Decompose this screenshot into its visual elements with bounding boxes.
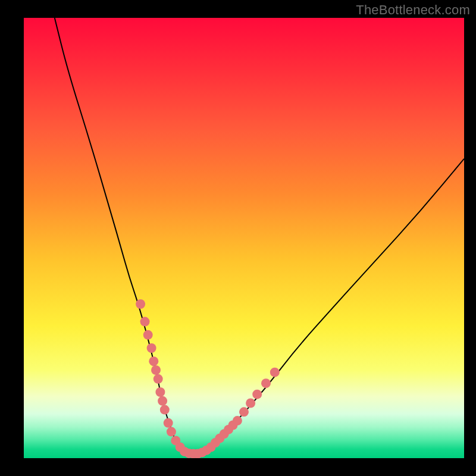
highlight-dot (233, 416, 242, 425)
marker-group (136, 299, 280, 458)
highlight-dot (155, 387, 165, 397)
curve-group (55, 18, 464, 454)
highlight-dot (160, 405, 170, 415)
highlight-dot (158, 396, 167, 406)
highlight-dot (270, 368, 280, 377)
curve-svg (24, 18, 464, 458)
highlight-dot (239, 407, 249, 416)
highlight-dot (149, 356, 158, 366)
highlight-dot (147, 343, 156, 353)
highlight-dot (164, 418, 173, 428)
highlight-dot (246, 399, 255, 408)
highlight-dot (167, 427, 176, 437)
highlight-dot (154, 374, 163, 384)
watermark-text: TheBottleneck.com (356, 2, 470, 18)
highlight-dot (151, 365, 161, 375)
bottleneck-curve (55, 18, 464, 454)
highlight-dot (136, 299, 145, 309)
highlight-dot (252, 390, 262, 399)
highlight-dot (140, 317, 150, 327)
chart-frame: TheBottleneck.com (0, 0, 476, 476)
plot-area (24, 18, 464, 458)
highlight-dot (143, 330, 153, 340)
highlight-dot (261, 378, 271, 388)
